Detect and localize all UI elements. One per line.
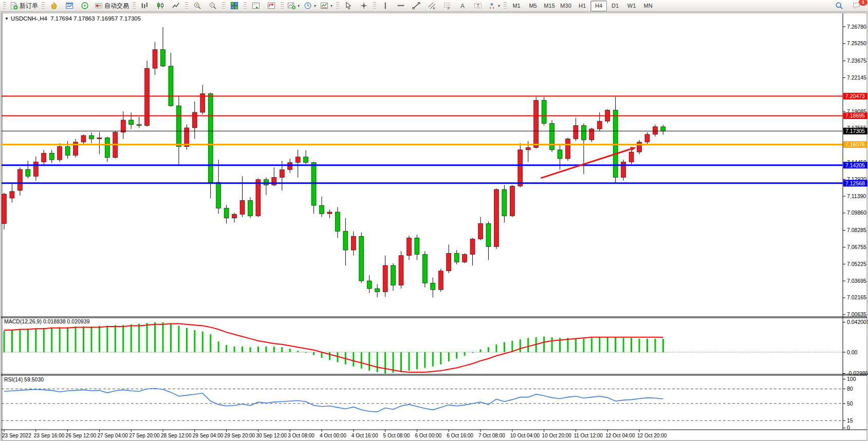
chart-shift-button[interactable] — [264, 1, 279, 11]
clock-icon — [304, 2, 312, 10]
templates-dropdown[interactable]: ▾ — [318, 1, 335, 11]
zin-icon — [193, 2, 201, 10]
timeframe-m1-button[interactable]: M1 — [508, 1, 525, 11]
price-level-badge-text: 7.14205 — [845, 162, 865, 168]
candle-body — [169, 66, 173, 106]
fib-icon: F — [443, 2, 451, 10]
candle-body — [320, 205, 324, 214]
auto-scroll-button[interactable] — [248, 1, 264, 11]
candle-body — [153, 50, 157, 68]
candle-body — [447, 253, 451, 271]
timeframe-w1-button[interactable]: W1 — [623, 1, 640, 11]
cursor-button[interactable] — [341, 1, 356, 11]
shift-icon — [267, 2, 275, 10]
time-tick-label: 10 Oct 20:00 — [542, 433, 572, 438]
candle-body — [534, 100, 539, 147]
tile-windows-button[interactable] — [227, 1, 242, 11]
candle-body — [399, 256, 403, 285]
candle-body — [375, 289, 380, 292]
line-chart-button[interactable] — [168, 1, 183, 11]
new-chart-dropdown[interactable]: ▾ — [285, 1, 302, 11]
time-tick-label: 29 Sep 04:00 — [193, 433, 224, 438]
candle-body — [343, 232, 348, 250]
timeframe-h4-button[interactable]: H4 — [590, 1, 607, 11]
svg-text:T: T — [477, 3, 480, 8]
price-tick-label: 7.25250 — [847, 40, 866, 46]
zoom-out-button[interactable] — [205, 1, 220, 11]
timeframe-d1-button[interactable]: D1 — [607, 1, 623, 11]
candle-body — [288, 162, 292, 169]
shapes-icon — [488, 2, 496, 10]
candle-body — [621, 162, 626, 177]
chart-canvas[interactable]: 7.267807.252507.236757.221457.190857.175… — [0, 0, 868, 441]
candle-body — [367, 281, 372, 289]
rsi-tick-label: 0 — [847, 425, 850, 431]
zoom-in-button[interactable] — [190, 1, 205, 11]
crosshair-icon — [360, 2, 368, 10]
magnifier-icon — [835, 2, 843, 10]
candle-body — [49, 153, 54, 160]
bluewin-icon — [65, 2, 73, 10]
price-level-badge-text: 7.12568 — [845, 180, 865, 186]
autotrading-button[interactable]: 自动交易 — [93, 1, 131, 11]
timeframe-m5-button[interactable]: M5 — [525, 1, 541, 11]
navigator-button[interactable] — [77, 1, 93, 11]
candle-body — [565, 139, 570, 159]
candle-body — [192, 112, 197, 128]
timeframe-m15-button[interactable]: M15 — [541, 1, 558, 11]
timeframe-mn-button[interactable]: MN — [640, 1, 656, 11]
candle-body — [81, 136, 86, 142]
time-tick-label: 7 Oct 08:00 — [478, 433, 505, 438]
toolbar-group-grip — [504, 2, 507, 10]
metaeditor-button[interactable] — [46, 1, 62, 11]
toolbar-group-grip — [3, 2, 6, 10]
chart-title: ▼USDCNH-,H4 7.17694 7.17863 7.16957 7.17… — [5, 15, 141, 22]
time-tick-label: 23 Sep 2022 — [2, 433, 31, 438]
vline-icon — [381, 2, 390, 10]
search-button[interactable] — [832, 1, 847, 11]
candle-body — [431, 283, 435, 290]
periods-dropdown[interactable]: ▾ — [302, 1, 318, 11]
candle-body — [589, 129, 594, 140]
toolbar-group-grip — [373, 2, 376, 10]
crosshair-button[interactable] — [356, 1, 372, 11]
text-button[interactable]: A — [455, 1, 470, 11]
price-tick-label: 7.26780 — [847, 24, 866, 30]
toolbar: 新订单自动交易▾▾▾EFAT▾M1M5M15M30H1H4D1W1MN1 — [0, 0, 868, 12]
horizontal-line-button[interactable] — [393, 1, 409, 11]
collapse-triangle-icon[interactable]: ▼ — [5, 16, 9, 21]
timeframe-m30-button[interactable]: M30 — [558, 1, 574, 11]
time-tick-label: 12 Oct 04:00 — [605, 433, 635, 438]
time-tick-label: 27 Sep 04:00 — [97, 433, 128, 438]
channel-button[interactable]: E — [424, 1, 439, 11]
rsi-value: 59.5030 — [24, 376, 44, 382]
candle-body — [137, 124, 141, 125]
data-window-button[interactable] — [62, 1, 77, 11]
candle-body — [518, 150, 523, 186]
price-level-badge-text: 7.17305 — [845, 128, 865, 134]
candle-body — [161, 50, 165, 66]
price-tick-label: 7.08285 — [847, 227, 866, 233]
toolbar-group-grip — [133, 2, 136, 10]
tiles-icon — [230, 2, 238, 10]
bar-chart-button[interactable] — [137, 1, 153, 11]
trendline-button[interactable] — [409, 1, 424, 11]
trend-icon — [412, 2, 420, 10]
candle-body — [542, 100, 546, 123]
vertical-line-button[interactable] — [378, 1, 393, 11]
time-tick-label: 4 Oct 16:00 — [352, 433, 378, 438]
fibonacci-button[interactable]: F — [439, 1, 455, 11]
candle-body — [2, 194, 7, 223]
candle-body — [407, 238, 411, 255]
ohlc-values: 7.17694 7.17863 7.16957 7.17305 — [50, 15, 141, 22]
candlestick-chart-button[interactable] — [153, 1, 168, 11]
candle-body — [184, 128, 189, 146]
rsi-indicator-label: RSI(14) 59.5030 — [4, 376, 44, 382]
label-button[interactable]: T — [470, 1, 486, 11]
new-order-button[interactable]: 新订单 — [8, 1, 40, 11]
toolbar-group-grip — [222, 2, 225, 10]
candle-body — [296, 157, 300, 163]
candle-body — [232, 214, 237, 218]
shapes-dropdown[interactable]: ▾ — [486, 1, 502, 11]
timeframe-h1-button[interactable]: H1 — [574, 1, 590, 11]
